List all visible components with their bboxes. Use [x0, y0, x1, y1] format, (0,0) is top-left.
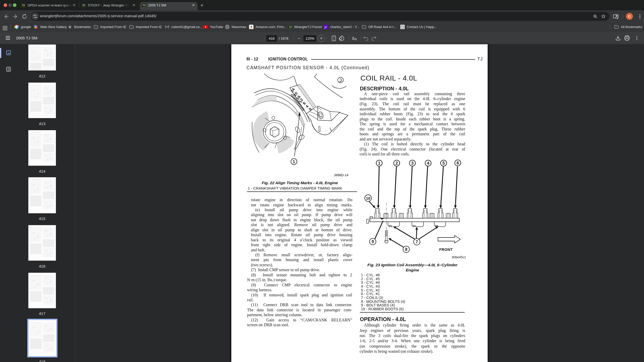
svg-text:FRONT: FRONT — [439, 248, 453, 252]
svg-text:80be45c1: 80be45c1 — [452, 255, 466, 259]
svg-text:a: a — [250, 25, 252, 28]
svg-text:y!: y! — [324, 25, 327, 29]
svg-text:9: 9 — [372, 240, 374, 244]
svg-text:6: 6 — [456, 161, 459, 165]
svg-text:8: 8 — [405, 247, 408, 252]
svg-text:10: 10 — [366, 196, 370, 200]
svg-text:4: 4 — [427, 161, 429, 166]
svg-text:5: 5 — [442, 161, 445, 166]
svg-text:7: 7 — [416, 240, 418, 244]
svg-text:2: 2 — [395, 161, 398, 166]
svg-text:1: 1 — [293, 160, 295, 164]
svg-text:1: 1 — [378, 161, 380, 166]
svg-text:3: 3 — [411, 161, 413, 166]
